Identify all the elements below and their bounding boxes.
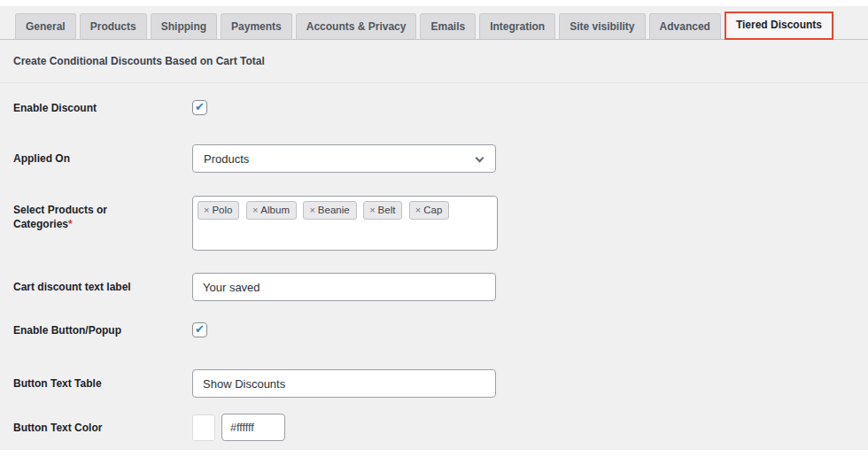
- tab-payments[interactable]: Payments: [221, 13, 292, 39]
- button-text-color-input[interactable]: [221, 414, 285, 441]
- checkmark-icon: ✔: [195, 321, 205, 337]
- row-button-text-color: Button Text Color: [13, 414, 856, 441]
- applied-on-label: Applied On: [13, 144, 192, 166]
- enable-discount-checkbox[interactable]: ✔: [192, 100, 207, 115]
- settings-tab-bar: General Products Shipping Payments Accou…: [0, 6, 868, 40]
- required-asterisk: *: [68, 218, 73, 230]
- button-text-table-label: Button Text Table: [13, 369, 192, 391]
- tab-site-visibility[interactable]: Site visibility: [559, 13, 645, 39]
- tag-cap: ×Cap: [409, 201, 450, 220]
- remove-tag-icon[interactable]: ×: [309, 205, 314, 215]
- button-text-table-input[interactable]: [192, 369, 496, 398]
- row-button-text-table: Button Text Table: [13, 369, 856, 398]
- tab-advanced[interactable]: Advanced: [649, 13, 721, 39]
- page-title: Create Conditional Discounts Based on Ca…: [13, 55, 856, 68]
- row-applied-on: Applied On Products: [13, 144, 856, 173]
- tab-shipping[interactable]: Shipping: [151, 13, 217, 39]
- tag-belt: ×Belt: [363, 201, 402, 220]
- select-products-label: Select Products or Categories*: [13, 196, 192, 231]
- enable-button-popup-checkbox[interactable]: ✔: [192, 322, 207, 337]
- tab-integration[interactable]: Integration: [479, 13, 555, 39]
- row-select-products: Select Products or Categories* ×Polo ×Al…: [13, 196, 856, 251]
- tag-beanie: ×Beanie: [303, 201, 356, 220]
- tab-tiered-discounts[interactable]: Tiered Discounts: [725, 12, 833, 40]
- enable-discount-label: Enable Discount: [13, 100, 192, 115]
- row-cart-discount-label: Cart discount text label: [13, 273, 856, 301]
- settings-page: General Products Shipping Payments Accou…: [0, 6, 868, 450]
- remove-tag-icon[interactable]: ×: [415, 205, 421, 215]
- cart-discount-label: Cart discount text label: [13, 273, 192, 294]
- row-enable-button-popup: Enable Button/Popup ✔: [13, 322, 856, 341]
- checkmark-icon: ✔: [195, 99, 205, 114]
- tab-emails[interactable]: Emails: [420, 13, 476, 39]
- remove-tag-icon[interactable]: ×: [204, 205, 209, 215]
- row-enable-discount: Enable Discount ✔: [13, 100, 856, 119]
- tag-polo: ×Polo: [198, 201, 239, 220]
- tag-album: ×Album: [246, 201, 297, 220]
- chevron-down-icon: [476, 154, 484, 163]
- tab-general[interactable]: General: [15, 13, 76, 39]
- enable-button-popup-label: Enable Button/Popup: [13, 322, 192, 337]
- tab-accounts-privacy[interactable]: Accounts & Privacy: [296, 13, 417, 39]
- tab-products[interactable]: Products: [80, 13, 147, 39]
- button-text-color-label: Button Text Color: [13, 414, 192, 435]
- applied-on-selected-value: Products: [204, 152, 249, 166]
- cart-discount-text-input[interactable]: [192, 273, 496, 301]
- remove-tag-icon[interactable]: ×: [369, 205, 375, 215]
- applied-on-select[interactable]: Products: [192, 144, 496, 173]
- color-swatch[interactable]: [192, 414, 215, 441]
- tiered-discounts-form: Enable Discount ✔ Applied On Products: [0, 83, 868, 441]
- remove-tag-icon[interactable]: ×: [252, 205, 258, 215]
- products-multiselect[interactable]: ×Polo ×Album ×Beanie ×Belt ×Cap: [192, 196, 498, 251]
